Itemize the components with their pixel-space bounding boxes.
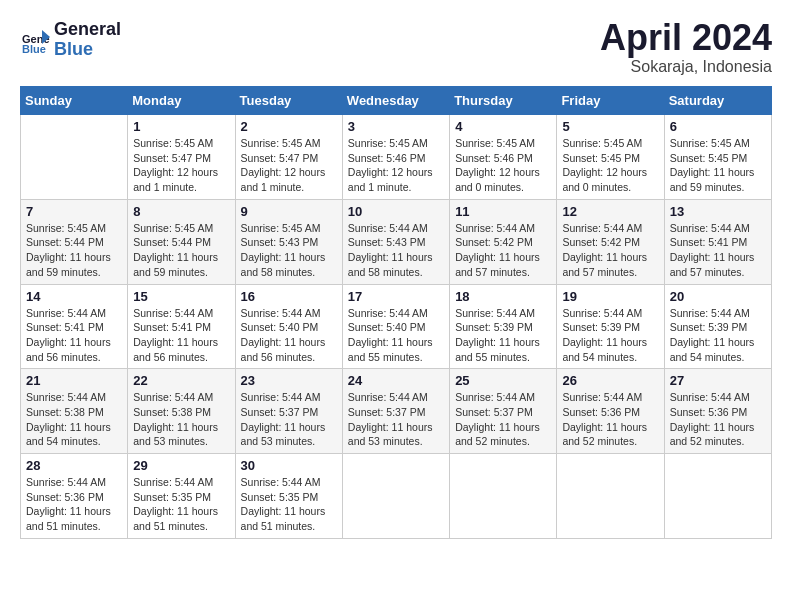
day-info: Sunrise: 5:45 AMSunset: 5:45 PMDaylight:… <box>562 136 658 195</box>
calendar-cell: 30Sunrise: 5:44 AMSunset: 5:35 PMDayligh… <box>235 454 342 539</box>
day-number: 1 <box>133 119 229 134</box>
day-number: 26 <box>562 373 658 388</box>
day-info: Sunrise: 5:44 AMSunset: 5:38 PMDaylight:… <box>133 390 229 449</box>
day-number: 11 <box>455 204 551 219</box>
calendar-week-2: 7Sunrise: 5:45 AMSunset: 5:44 PMDaylight… <box>21 199 772 284</box>
day-number: 19 <box>562 289 658 304</box>
calendar-cell: 12Sunrise: 5:44 AMSunset: 5:42 PMDayligh… <box>557 199 664 284</box>
day-number: 30 <box>241 458 337 473</box>
day-number: 27 <box>670 373 766 388</box>
day-info: Sunrise: 5:44 AMSunset: 5:37 PMDaylight:… <box>348 390 444 449</box>
title-area: April 2024 Sokaraja, Indonesia <box>600 20 772 76</box>
calendar-cell: 13Sunrise: 5:44 AMSunset: 5:41 PMDayligh… <box>664 199 771 284</box>
calendar-cell <box>664 454 771 539</box>
calendar-cell: 22Sunrise: 5:44 AMSunset: 5:38 PMDayligh… <box>128 369 235 454</box>
day-number: 6 <box>670 119 766 134</box>
calendar-cell: 19Sunrise: 5:44 AMSunset: 5:39 PMDayligh… <box>557 284 664 369</box>
day-info: Sunrise: 5:44 AMSunset: 5:36 PMDaylight:… <box>26 475 122 534</box>
calendar-cell: 5Sunrise: 5:45 AMSunset: 5:45 PMDaylight… <box>557 115 664 200</box>
calendar-cell: 16Sunrise: 5:44 AMSunset: 5:40 PMDayligh… <box>235 284 342 369</box>
calendar-cell <box>450 454 557 539</box>
logo-blue-text: Blue <box>54 40 121 60</box>
calendar-week-5: 28Sunrise: 5:44 AMSunset: 5:36 PMDayligh… <box>21 454 772 539</box>
calendar-cell: 6Sunrise: 5:45 AMSunset: 5:45 PMDaylight… <box>664 115 771 200</box>
weekday-header-friday: Friday <box>557 87 664 115</box>
weekday-header-thursday: Thursday <box>450 87 557 115</box>
day-number: 17 <box>348 289 444 304</box>
logo-icon: General Blue <box>20 25 50 55</box>
calendar-cell: 28Sunrise: 5:44 AMSunset: 5:36 PMDayligh… <box>21 454 128 539</box>
day-number: 16 <box>241 289 337 304</box>
day-info: Sunrise: 5:44 AMSunset: 5:39 PMDaylight:… <box>562 306 658 365</box>
calendar-week-3: 14Sunrise: 5:44 AMSunset: 5:41 PMDayligh… <box>21 284 772 369</box>
day-info: Sunrise: 5:45 AMSunset: 5:46 PMDaylight:… <box>455 136 551 195</box>
calendar-cell: 1Sunrise: 5:45 AMSunset: 5:47 PMDaylight… <box>128 115 235 200</box>
calendar-cell: 27Sunrise: 5:44 AMSunset: 5:36 PMDayligh… <box>664 369 771 454</box>
day-info: Sunrise: 5:44 AMSunset: 5:40 PMDaylight:… <box>348 306 444 365</box>
calendar-table: SundayMondayTuesdayWednesdayThursdayFrid… <box>20 86 772 539</box>
calendar-cell: 21Sunrise: 5:44 AMSunset: 5:38 PMDayligh… <box>21 369 128 454</box>
calendar-cell: 7Sunrise: 5:45 AMSunset: 5:44 PMDaylight… <box>21 199 128 284</box>
day-info: Sunrise: 5:44 AMSunset: 5:43 PMDaylight:… <box>348 221 444 280</box>
day-info: Sunrise: 5:44 AMSunset: 5:40 PMDaylight:… <box>241 306 337 365</box>
day-info: Sunrise: 5:45 AMSunset: 5:47 PMDaylight:… <box>241 136 337 195</box>
day-number: 10 <box>348 204 444 219</box>
day-number: 20 <box>670 289 766 304</box>
calendar-cell: 11Sunrise: 5:44 AMSunset: 5:42 PMDayligh… <box>450 199 557 284</box>
day-info: Sunrise: 5:45 AMSunset: 5:44 PMDaylight:… <box>133 221 229 280</box>
day-number: 2 <box>241 119 337 134</box>
day-number: 13 <box>670 204 766 219</box>
day-info: Sunrise: 5:45 AMSunset: 5:45 PMDaylight:… <box>670 136 766 195</box>
calendar-header-row: SundayMondayTuesdayWednesdayThursdayFrid… <box>21 87 772 115</box>
logo: General Blue General Blue <box>20 20 121 60</box>
day-number: 29 <box>133 458 229 473</box>
day-number: 9 <box>241 204 337 219</box>
day-number: 18 <box>455 289 551 304</box>
day-number: 12 <box>562 204 658 219</box>
day-number: 21 <box>26 373 122 388</box>
calendar-cell <box>21 115 128 200</box>
day-number: 3 <box>348 119 444 134</box>
day-info: Sunrise: 5:45 AMSunset: 5:46 PMDaylight:… <box>348 136 444 195</box>
day-info: Sunrise: 5:44 AMSunset: 5:41 PMDaylight:… <box>26 306 122 365</box>
day-info: Sunrise: 5:45 AMSunset: 5:44 PMDaylight:… <box>26 221 122 280</box>
day-info: Sunrise: 5:44 AMSunset: 5:39 PMDaylight:… <box>455 306 551 365</box>
day-info: Sunrise: 5:44 AMSunset: 5:36 PMDaylight:… <box>562 390 658 449</box>
logo-general-text: General <box>54 20 121 40</box>
weekday-header-saturday: Saturday <box>664 87 771 115</box>
day-info: Sunrise: 5:44 AMSunset: 5:41 PMDaylight:… <box>670 221 766 280</box>
calendar-cell: 15Sunrise: 5:44 AMSunset: 5:41 PMDayligh… <box>128 284 235 369</box>
day-info: Sunrise: 5:44 AMSunset: 5:35 PMDaylight:… <box>241 475 337 534</box>
day-number: 22 <box>133 373 229 388</box>
calendar-cell: 9Sunrise: 5:45 AMSunset: 5:43 PMDaylight… <box>235 199 342 284</box>
calendar-cell: 10Sunrise: 5:44 AMSunset: 5:43 PMDayligh… <box>342 199 449 284</box>
calendar-cell: 20Sunrise: 5:44 AMSunset: 5:39 PMDayligh… <box>664 284 771 369</box>
logo-text: General Blue <box>54 20 121 60</box>
calendar-week-1: 1Sunrise: 5:45 AMSunset: 5:47 PMDaylight… <box>21 115 772 200</box>
location: Sokaraja, Indonesia <box>600 58 772 76</box>
svg-text:Blue: Blue <box>22 43 46 55</box>
day-number: 14 <box>26 289 122 304</box>
day-info: Sunrise: 5:44 AMSunset: 5:42 PMDaylight:… <box>455 221 551 280</box>
day-number: 24 <box>348 373 444 388</box>
calendar-cell: 2Sunrise: 5:45 AMSunset: 5:47 PMDaylight… <box>235 115 342 200</box>
calendar-cell: 25Sunrise: 5:44 AMSunset: 5:37 PMDayligh… <box>450 369 557 454</box>
day-number: 28 <box>26 458 122 473</box>
calendar-cell: 14Sunrise: 5:44 AMSunset: 5:41 PMDayligh… <box>21 284 128 369</box>
calendar-cell <box>557 454 664 539</box>
calendar-week-4: 21Sunrise: 5:44 AMSunset: 5:38 PMDayligh… <box>21 369 772 454</box>
day-number: 15 <box>133 289 229 304</box>
weekday-header-tuesday: Tuesday <box>235 87 342 115</box>
calendar-cell: 8Sunrise: 5:45 AMSunset: 5:44 PMDaylight… <box>128 199 235 284</box>
calendar-cell: 18Sunrise: 5:44 AMSunset: 5:39 PMDayligh… <box>450 284 557 369</box>
day-info: Sunrise: 5:44 AMSunset: 5:39 PMDaylight:… <box>670 306 766 365</box>
calendar-cell: 23Sunrise: 5:44 AMSunset: 5:37 PMDayligh… <box>235 369 342 454</box>
day-info: Sunrise: 5:44 AMSunset: 5:36 PMDaylight:… <box>670 390 766 449</box>
day-info: Sunrise: 5:44 AMSunset: 5:35 PMDaylight:… <box>133 475 229 534</box>
day-info: Sunrise: 5:45 AMSunset: 5:47 PMDaylight:… <box>133 136 229 195</box>
day-number: 4 <box>455 119 551 134</box>
day-info: Sunrise: 5:44 AMSunset: 5:37 PMDaylight:… <box>241 390 337 449</box>
calendar-cell: 4Sunrise: 5:45 AMSunset: 5:46 PMDaylight… <box>450 115 557 200</box>
calendar-cell: 26Sunrise: 5:44 AMSunset: 5:36 PMDayligh… <box>557 369 664 454</box>
day-info: Sunrise: 5:44 AMSunset: 5:38 PMDaylight:… <box>26 390 122 449</box>
